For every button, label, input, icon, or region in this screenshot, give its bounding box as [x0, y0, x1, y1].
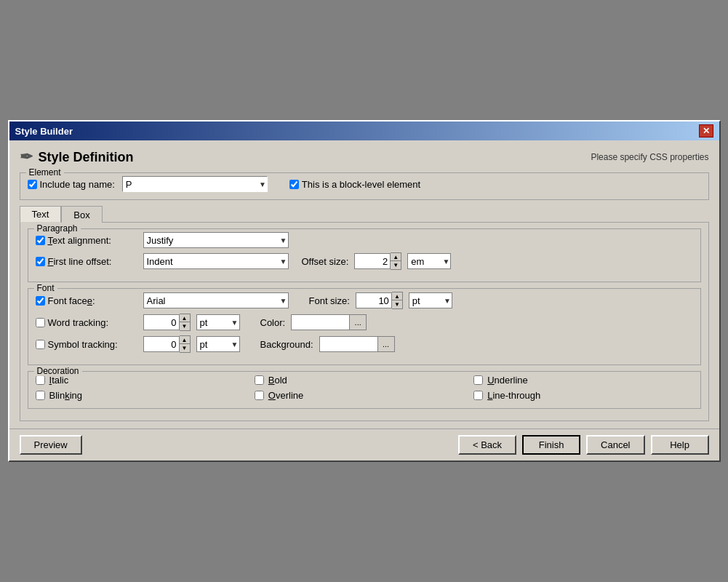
overline-checkbox[interactable]: [255, 391, 264, 400]
symbol-tracking-checkbox[interactable]: [36, 340, 45, 349]
cancel-button[interactable]: Cancel: [586, 435, 644, 455]
underline-item: Underline: [473, 375, 692, 386]
block-level-checkbox[interactable]: [289, 180, 299, 189]
offset-unit-dropdown: em px pt % ▼: [407, 253, 451, 269]
symbol-tracking-down[interactable]: ▼: [180, 344, 190, 352]
word-tracking-text: Word tracking:: [48, 317, 109, 328]
word-tracking-checkbox[interactable]: [36, 318, 45, 327]
blinking-checkbox[interactable]: [36, 391, 45, 400]
font-face-select[interactable]: Arial Times New Roman Courier New Verdan…: [143, 292, 289, 308]
line-through-item: Line-through: [473, 390, 692, 401]
tabs-row: Text Box: [20, 206, 709, 223]
word-tracking-unit-select[interactable]: pt px em: [196, 314, 240, 330]
underline-label: Underline: [487, 375, 528, 386]
italic-item: Italic: [36, 375, 255, 386]
word-tracking-up[interactable]: ▲: [180, 314, 190, 322]
symbol-tracking-row: Symbol tracking: ▲ ▼ pt px em: [36, 335, 693, 353]
font-face-label[interactable]: Font facee:: [36, 295, 137, 306]
tab-content: Paragraph Text alignment: Justify Left R…: [20, 222, 709, 421]
first-line-row: First line offset: Indent None Outdent ▼…: [36, 252, 693, 270]
text-alignment-row: Text alignment: Justify Left Right Cente…: [36, 232, 693, 248]
symbol-tracking-unit-select[interactable]: pt px em: [196, 336, 240, 352]
finish-button[interactable]: Finish: [522, 435, 580, 455]
offset-unit-select[interactable]: em px pt %: [407, 253, 451, 269]
offset-size-up[interactable]: ▲: [391, 253, 401, 261]
dialog-body: ✒ Style Definition Please specify CSS pr…: [9, 140, 719, 428]
line-through-checkbox[interactable]: [473, 391, 483, 400]
tag-name-dropdown-wrap: P DIV SPAN H1 ▼: [122, 176, 268, 192]
word-tracking-input[interactable]: [143, 314, 180, 330]
offset-size-input[interactable]: [354, 253, 391, 269]
symbol-tracking-up[interactable]: ▲: [180, 336, 190, 344]
close-button[interactable]: ✕: [699, 124, 713, 137]
symbol-tracking-unit-dropdown: pt px em ▼: [196, 336, 240, 352]
back-button[interactable]: < Back: [458, 435, 516, 455]
font-size-down[interactable]: ▼: [392, 300, 402, 308]
font-size-up[interactable]: ▲: [392, 292, 402, 300]
first-line-checkbox[interactable]: [36, 257, 45, 266]
word-tracking-row: Word tracking: ▲ ▼ pt px em: [36, 314, 693, 331]
italic-checkbox[interactable]: [36, 375, 45, 385]
tag-name-select[interactable]: P DIV SPAN H1: [122, 176, 268, 192]
element-legend: Element: [26, 167, 64, 178]
bold-item: Bold: [255, 375, 473, 386]
text-alignment-select[interactable]: Justify Left Right Center: [143, 232, 289, 248]
paragraph-group: Paragraph Text alignment: Justify Left R…: [28, 228, 701, 282]
font-face-checkbox[interactable]: [36, 296, 45, 306]
include-tag-label[interactable]: Include tag name:: [28, 179, 115, 190]
underline-checkbox[interactable]: [473, 375, 483, 385]
style-builder-dialog: Style Builder ✕ ✒ Style Definition Pleas…: [8, 120, 721, 462]
background-label: Background:: [260, 339, 313, 350]
color-btn[interactable]: ...: [349, 314, 367, 330]
header-row: ✒ Style Definition Please specify CSS pr…: [20, 148, 709, 167]
word-tracking-unit-dropdown: pt px em ▼: [196, 314, 240, 330]
background-btn[interactable]: ...: [377, 336, 395, 352]
symbol-tracking-label[interactable]: Symbol tracking:: [36, 339, 137, 350]
title-bar-text: Style Builder: [15, 126, 73, 137]
decoration-group: Decoration Italic Bold Underline: [28, 371, 701, 409]
header-hint: Please specify CSS properties: [591, 152, 708, 162]
element-row: Include tag name: P DIV SPAN H1 ▼ This i…: [28, 176, 701, 192]
font-size-spinner: ▲ ▼: [356, 292, 403, 309]
block-level-label: This is a block-level element: [302, 179, 420, 190]
text-alignment-checkbox[interactable]: [36, 236, 45, 245]
tab-box[interactable]: Box: [61, 206, 102, 223]
text-alignment-dropdown: Justify Left Right Center ▼: [143, 232, 289, 248]
symbol-tracking-input[interactable]: [143, 336, 180, 352]
symbol-tracking-spinner-btns: ▲ ▼: [180, 335, 191, 353]
symbol-tracking-spinner: ▲ ▼: [143, 335, 191, 353]
word-tracking-label[interactable]: Word tracking:: [36, 317, 137, 328]
element-section: Element Include tag name: P DIV SPAN H1 …: [20, 172, 709, 200]
italic-label: Italic: [49, 375, 69, 386]
first-line-select[interactable]: Indent None Outdent: [143, 253, 289, 269]
color-box-wrap: ...: [291, 314, 367, 330]
font-group: Font Font facee: Arial Times New Roman C…: [28, 288, 701, 365]
paragraph-legend: Paragraph: [34, 223, 81, 234]
include-tag-checkbox[interactable]: [28, 180, 37, 189]
preview-button[interactable]: Preview: [20, 435, 82, 455]
bold-checkbox[interactable]: [255, 375, 264, 385]
font-face-text: Font facee:: [48, 295, 95, 306]
font-size-unit-select[interactable]: pt px em %: [409, 292, 452, 308]
line-through-label: Line-through: [487, 390, 540, 401]
bold-label: Bold: [268, 375, 287, 386]
font-size-input[interactable]: [356, 292, 392, 308]
right-buttons: < Back Finish Cancel Help: [458, 435, 709, 455]
offset-size-down[interactable]: ▼: [391, 261, 401, 269]
style-icon: ✒: [20, 148, 33, 167]
first-line-label[interactable]: First line offset:: [36, 256, 137, 267]
word-tracking-down[interactable]: ▼: [180, 322, 190, 330]
tab-text[interactable]: Text: [20, 206, 62, 223]
blinking-label: Blinking: [49, 390, 83, 401]
offset-size-spinner-btns: ▲ ▼: [391, 252, 401, 270]
font-face-dropdown: Arial Times New Roman Courier New Verdan…: [143, 292, 289, 308]
color-label: Color:: [260, 317, 286, 328]
font-legend: Font: [34, 283, 57, 293]
symbol-tracking-text: Symbol tracking:: [48, 339, 118, 350]
block-level-check: This is a block-level element: [289, 179, 420, 190]
text-alignment-label[interactable]: Text alignment:: [36, 235, 137, 246]
style-definition-label: Style Definition: [39, 150, 134, 165]
bottom-buttons: Preview < Back Finish Cancel Help: [9, 428, 719, 461]
help-button[interactable]: Help: [651, 435, 709, 455]
background-box: [319, 336, 377, 352]
